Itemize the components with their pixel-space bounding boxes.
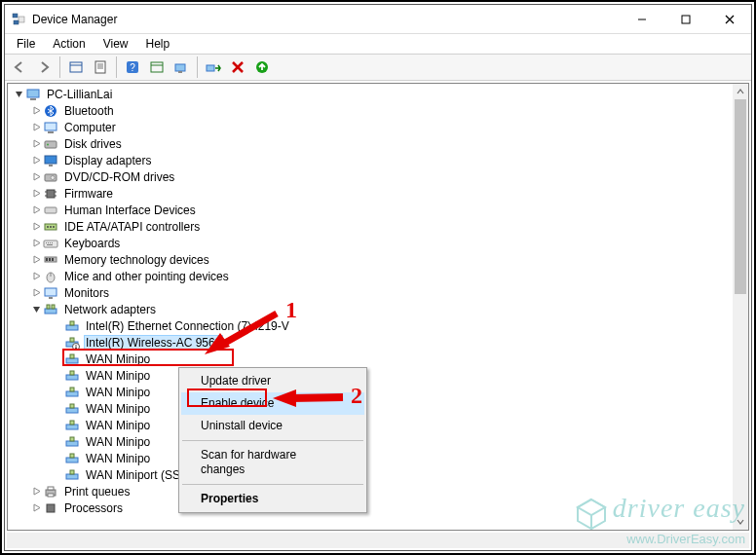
- mouse-icon: [43, 269, 58, 284]
- chevron-right-icon[interactable]: [29, 170, 43, 184]
- tree-pane: PC-LillianLai Bluetooth Computer Disk dr…: [7, 83, 749, 531]
- help-button[interactable]: ?: [122, 56, 143, 78]
- watermark-url: www.DriverEasy.com: [574, 532, 745, 546]
- tree-item-wan[interactable]: WAN Minipo: [8, 367, 733, 384]
- back-button[interactable]: [9, 56, 30, 78]
- chevron-right-icon[interactable]: [29, 137, 43, 151]
- tree-item-wan-sstp[interactable]: WAN Miniport (SSTP): [8, 466, 733, 483]
- context-menu-update-driver[interactable]: Update driver: [181, 370, 364, 392]
- svg-rect-59: [47, 305, 50, 309]
- tree-item-keyboards[interactable]: Keyboards: [8, 235, 733, 251]
- chevron-right-icon[interactable]: [29, 104, 43, 118]
- chevron-right-icon[interactable]: [29, 286, 43, 300]
- action-properties-button[interactable]: [146, 56, 168, 78]
- svg-point-42: [50, 226, 52, 228]
- chevron-right-icon[interactable]: [29, 237, 43, 250]
- svg-rect-2: [14, 20, 19, 24]
- svg-rect-49: [47, 244, 53, 245]
- svg-rect-73: [70, 404, 74, 408]
- tree-item-computer[interactable]: Computer: [8, 119, 733, 135]
- svg-rect-61: [66, 325, 78, 330]
- context-menu-scan-hardware[interactable]: Scan for hardware changes: [181, 444, 364, 481]
- vertical-scrollbar[interactable]: [733, 84, 748, 530]
- tree-label: PC-LillianLai: [45, 88, 114, 101]
- close-button[interactable]: [707, 5, 751, 33]
- tree-label: Human Interface Devices: [62, 204, 198, 217]
- menu-action[interactable]: Action: [45, 35, 93, 53]
- tree-root[interactable]: PC-LillianLai: [8, 86, 733, 102]
- tree-item-wan[interactable]: WAN Minipo: [8, 450, 733, 466]
- update-driver-button[interactable]: [170, 56, 192, 78]
- scroll-up-arrow[interactable]: [733, 84, 748, 99]
- tree-label: WAN Minipo: [84, 352, 152, 366]
- tree-item-ide[interactable]: IDE ATA/ATAPI controllers: [8, 218, 733, 235]
- menu-help[interactable]: Help: [138, 35, 178, 53]
- maximize-button[interactable]: [663, 5, 707, 33]
- tree-item-display[interactable]: Display adapters: [8, 152, 733, 168]
- enable-device-button[interactable]: [203, 56, 224, 78]
- scroll-thumb[interactable]: [735, 99, 746, 294]
- scan-hardware-button[interactable]: [251, 56, 273, 78]
- tree-item-wan[interactable]: WAN Minipo: [8, 433, 733, 450]
- chevron-right-icon[interactable]: [29, 220, 43, 234]
- chevron-right-icon[interactable]: [29, 270, 43, 283]
- chevron-right-icon[interactable]: [29, 187, 43, 201]
- svg-rect-77: [70, 437, 74, 441]
- svg-rect-72: [66, 408, 78, 413]
- tree-item-wan[interactable]: WAN Minipo: [8, 417, 733, 433]
- properties-button[interactable]: [90, 56, 111, 78]
- tree-item-wan[interactable]: WAN Minipo: [8, 384, 733, 400]
- tree-item-ethernet[interactable]: Intel(R) Ethernet Connection (7) I219-V: [8, 317, 733, 334]
- tree-item-dvd[interactable]: DVD/CD-ROM drives: [8, 168, 733, 185]
- tree-item-memory[interactable]: Memory technology devices: [8, 251, 733, 268]
- svg-rect-85: [47, 504, 55, 512]
- svg-rect-27: [48, 131, 54, 133]
- tree-item-disk[interactable]: Disk drives: [8, 135, 733, 152]
- context-menu-properties[interactable]: Properties: [181, 488, 364, 510]
- svg-rect-4: [682, 16, 690, 23]
- svg-rect-52: [49, 258, 51, 261]
- svg-rect-53: [52, 258, 54, 261]
- tree-item-wan[interactable]: WAN Minipo: [8, 400, 733, 417]
- svg-rect-71: [70, 388, 74, 391]
- chevron-right-icon[interactable]: [29, 121, 43, 134]
- chevron-down-icon[interactable]: [29, 303, 43, 316]
- scroll-track[interactable]: [733, 99, 748, 514]
- svg-rect-31: [49, 165, 53, 166]
- forward-button[interactable]: [33, 56, 55, 78]
- tree-label: WAN Minipo: [84, 369, 152, 383]
- device-tree[interactable]: PC-LillianLai Bluetooth Computer Disk dr…: [8, 84, 733, 530]
- tree-item-wireless-selected[interactable]: Intel(R) Wireless-AC 9560: [8, 334, 733, 351]
- disable-device-button[interactable]: [227, 56, 248, 78]
- chevron-down-icon[interactable]: [12, 88, 25, 101]
- display-icon: [43, 153, 58, 168]
- svg-rect-76: [66, 441, 78, 446]
- tree-item-wan[interactable]: WAN Minipo: [8, 351, 733, 367]
- svg-rect-80: [66, 474, 78, 479]
- chevron-right-icon[interactable]: [29, 485, 43, 499]
- context-menu-uninstall-device[interactable]: Uninstall device: [181, 415, 364, 437]
- chevron-right-icon[interactable]: [29, 154, 43, 167]
- network-adapter-icon: [64, 352, 80, 367]
- chevron-right-icon[interactable]: [29, 253, 43, 267]
- menu-file[interactable]: File: [9, 35, 43, 53]
- tree-label: Print queues: [62, 485, 132, 499]
- tree-item-monitors[interactable]: Monitors: [8, 284, 733, 301]
- network-adapter-disabled-icon: [64, 335, 80, 351]
- menu-view[interactable]: View: [95, 35, 136, 53]
- svg-rect-34: [47, 190, 55, 198]
- svg-rect-78: [66, 458, 78, 462]
- tree-item-network-adapters[interactable]: Network adapters: [8, 301, 733, 317]
- tree-item-bluetooth[interactable]: Bluetooth: [8, 102, 733, 119]
- tree-label: WAN Minipo: [84, 452, 152, 465]
- chevron-right-icon[interactable]: [29, 501, 43, 515]
- chevron-right-icon[interactable]: [29, 204, 43, 217]
- context-menu-enable-device[interactable]: Enable device: [181, 392, 364, 415]
- svg-rect-67: [70, 354, 74, 358]
- tree-item-hid[interactable]: Human Interface Devices: [8, 202, 733, 218]
- minimize-button[interactable]: [620, 5, 663, 33]
- show-hide-console-button[interactable]: [65, 56, 87, 78]
- tree-item-firmware[interactable]: Firmware: [8, 185, 733, 202]
- svg-rect-18: [178, 71, 182, 73]
- tree-item-mice[interactable]: Mice and other pointing devices: [8, 268, 733, 284]
